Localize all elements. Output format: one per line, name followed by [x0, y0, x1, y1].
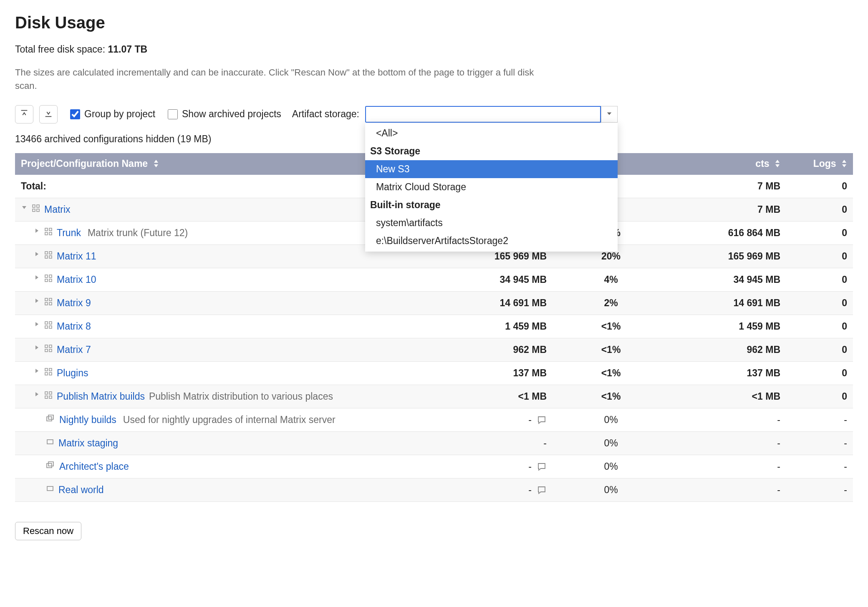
svg-rect-29 — [49, 279, 52, 282]
artifacts-value: - — [669, 408, 786, 432]
logs-value: - — [786, 432, 853, 455]
svg-rect-56 — [48, 415, 53, 419]
project-link[interactable]: Matrix 11 — [57, 251, 96, 262]
logs-value: 0 — [786, 385, 853, 408]
table-row: Matrix 81 459 MB<1%1 459 MB0 — [15, 315, 853, 338]
artifact-storage-combo[interactable]: <All> S3 Storage New S3 Matrix Cloud Sto… — [365, 106, 618, 123]
expand-toggle[interactable] — [33, 391, 40, 398]
project-icon — [44, 227, 53, 236]
config-link[interactable]: Matrix staging — [58, 438, 118, 449]
svg-rect-31 — [45, 298, 48, 301]
size-value: 34 945 MB — [500, 274, 547, 285]
dropdown-item-matrix-cloud[interactable]: Matrix Cloud Storage — [365, 178, 618, 196]
composite-config-icon — [46, 414, 55, 423]
artifacts-value: - — [669, 432, 786, 455]
dropdown-item-all[interactable]: <All> — [365, 124, 618, 142]
artifacts-value: 137 MB — [669, 362, 786, 385]
logs-value: 0 — [786, 245, 853, 268]
svg-rect-46 — [45, 368, 48, 371]
comment-icon[interactable] — [537, 485, 547, 495]
inaccuracy-note: The sizes are calculated incrementally a… — [15, 66, 537, 93]
logs-value: 0 — [786, 338, 853, 362]
project-icon — [44, 344, 53, 353]
comment-icon[interactable] — [537, 415, 547, 425]
size-value: - — [543, 438, 547, 449]
size-value: - — [528, 484, 532, 496]
svg-rect-17 — [49, 228, 52, 231]
table-row: Real world-0%-- — [15, 479, 853, 502]
show-archived-checkbox[interactable] — [168, 109, 178, 119]
logs-value: 0 — [786, 292, 853, 315]
svg-rect-44 — [49, 349, 52, 352]
artifacts-value: - — [669, 455, 786, 479]
svg-rect-54 — [49, 396, 52, 398]
total-label: Total: — [21, 181, 46, 192]
expand-toggle[interactable] — [33, 297, 40, 304]
svg-rect-58 — [47, 463, 52, 468]
comment-icon[interactable] — [537, 462, 547, 472]
expand-toggle[interactable] — [33, 368, 40, 374]
svg-marker-8 — [842, 160, 846, 163]
project-link[interactable]: Matrix 7 — [57, 344, 91, 355]
svg-rect-39 — [49, 326, 52, 328]
artifact-storage-input[interactable] — [365, 106, 601, 123]
group-by-project-checkbox[interactable] — [70, 109, 80, 119]
project-link[interactable]: Matrix 8 — [57, 321, 91, 332]
expand-toggle[interactable] — [33, 321, 40, 327]
size-value: 165 969 MB — [495, 251, 547, 262]
dropdown-group-builtin: Built-in storage — [365, 196, 618, 214]
percent-value: 0% — [553, 432, 669, 455]
size-value: 1 459 MB — [505, 321, 547, 332]
dropdown-item-buildserver-artifacts[interactable]: e:\BuildserverArtifactsStorage2 — [365, 232, 618, 250]
project-link[interactable]: Matrix — [44, 204, 71, 215]
project-link[interactable]: Matrix 9 — [57, 297, 91, 309]
svg-rect-49 — [49, 373, 52, 375]
group-by-project-label[interactable]: Group by project — [84, 108, 155, 120]
logs-value: - — [786, 479, 853, 502]
svg-rect-27 — [49, 275, 52, 277]
artifacts-value: <1 MB — [669, 385, 786, 408]
svg-rect-59 — [48, 462, 53, 466]
dropdown-item-new-s3[interactable]: New S3 — [365, 160, 618, 178]
svg-rect-43 — [45, 349, 48, 352]
project-link[interactable]: Publish Matrix builds — [57, 391, 145, 402]
config-link[interactable]: Architect's place — [59, 461, 129, 472]
expand-toggle[interactable] — [33, 227, 40, 234]
config-link[interactable]: Nightly builds — [59, 414, 116, 426]
artifacts-value: 165 969 MB — [669, 245, 786, 268]
artifact-storage-dropdown: <All> S3 Storage New S3 Matrix Cloud Sto… — [365, 123, 618, 252]
collapse-all-button[interactable] — [15, 105, 33, 123]
rescan-now-button[interactable]: Rescan now — [15, 522, 81, 540]
expand-toggle[interactable] — [33, 274, 40, 281]
artifact-storage-dropdown-button[interactable] — [601, 106, 618, 123]
size-value: 14 691 MB — [500, 297, 547, 309]
col-logs[interactable]: Logs — [786, 153, 853, 175]
percent-value: 0% — [553, 479, 669, 502]
show-archived-label[interactable]: Show archived projects — [182, 108, 281, 120]
expand-toggle[interactable] — [21, 204, 28, 211]
project-link[interactable]: Trunk — [57, 227, 81, 239]
percent-value: 0% — [553, 408, 669, 432]
svg-rect-38 — [45, 326, 48, 328]
expand-toggle[interactable] — [33, 251, 40, 257]
svg-rect-32 — [49, 298, 52, 301]
size-value: - — [528, 461, 532, 472]
col-artifacts[interactable]: cts — [669, 153, 786, 175]
svg-rect-52 — [49, 392, 52, 394]
expand-toggle[interactable] — [33, 344, 40, 351]
logs-value: - — [786, 408, 853, 432]
project-link[interactable]: Matrix 10 — [57, 274, 96, 285]
table-row: Matrix 914 691 MB2%14 691 MB0 — [15, 292, 853, 315]
svg-marker-4 — [154, 164, 158, 167]
project-link[interactable]: Plugins — [57, 368, 88, 379]
table-row: Publish Matrix builds Publish Matrix dis… — [15, 385, 853, 408]
percent-value: 0% — [553, 455, 669, 479]
expand-all-button[interactable] — [39, 105, 58, 123]
free-space-line: Total free disk space: 11.07 TB — [15, 44, 853, 55]
artifacts-value: 1 459 MB — [669, 315, 786, 338]
dropdown-item-system-artifacts[interactable]: system\artifacts — [365, 214, 618, 232]
row-description: Publish Matrix distribution to various p… — [149, 391, 333, 402]
config-link[interactable]: Real world — [58, 484, 104, 496]
table-row: Matrix 7962 MB<1%962 MB0 — [15, 338, 853, 362]
page-title: Disk Usage — [15, 13, 853, 32]
